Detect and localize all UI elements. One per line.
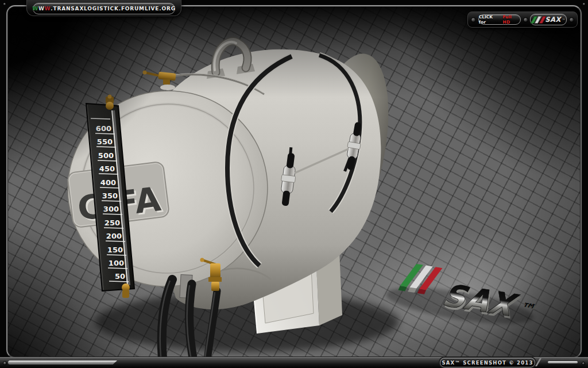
svg-text:550: 550 [97, 137, 113, 146]
svg-text:100: 100 [109, 259, 124, 267]
svg-text:450: 450 [99, 164, 115, 173]
site-url-badge[interactable]: WWW.TRANSAXLOGISTICK.FORUMLIVE.ORG [33, 3, 175, 14]
svg-text:600: 600 [96, 124, 111, 133]
frame-screw-top-left [3, 2, 6, 6]
site-url-w-red: W [45, 6, 51, 12]
frame-screw-top-right [582, 2, 586, 6]
svg-text:250: 250 [105, 218, 120, 227]
brand-name: SAX [545, 16, 561, 24]
bottom-bar-stripe-left [8, 361, 117, 365]
screenshot-caption: SAX™ SCREENSHOT © 2013 [442, 360, 533, 366]
panel-screw-icon [523, 17, 528, 22]
svg-text:200: 200 [106, 232, 122, 240]
fullhd-button[interactable]: CLICK for Full HD [478, 14, 521, 25]
svg-text:300: 300 [103, 205, 119, 213]
fullhd-prefix: CLICK for [479, 14, 501, 25]
svg-text:350: 350 [102, 191, 118, 200]
site-url-w-white: W [38, 6, 45, 12]
site-url-w-green: W [32, 6, 38, 12]
render-scene: CIFA CIFA [7, 6, 581, 358]
ground-logo: SAX SAX ™ ™ [384, 260, 541, 331]
bottom-bar-screw-left [3, 361, 7, 365]
top-right-panel: CLICK for Full HD SAX ™ [467, 12, 578, 28]
fullhd-highlight: Full HD [503, 14, 520, 25]
brand-badge: SAX ™ [530, 14, 567, 25]
screenshot-caption-badge: SAX™ SCREENSHOT © 2013 [440, 358, 535, 367]
svg-text:400: 400 [100, 178, 116, 187]
panel-screw-icon [471, 17, 476, 22]
svg-text:500: 500 [98, 151, 114, 160]
site-url-rest: .TRANSAXLOGISTICK.FORUMLIVE.ORG [51, 6, 176, 12]
tank-render: CIFA CIFA [7, 6, 581, 358]
svg-text:50: 50 [115, 272, 125, 281]
svg-text:150: 150 [107, 246, 123, 254]
panel-screw-icon [569, 17, 574, 22]
bottom-bar-screw-right [582, 362, 585, 365]
bottom-bar-stripe-right [548, 361, 578, 363]
brand-tm: ™ [562, 18, 565, 22]
